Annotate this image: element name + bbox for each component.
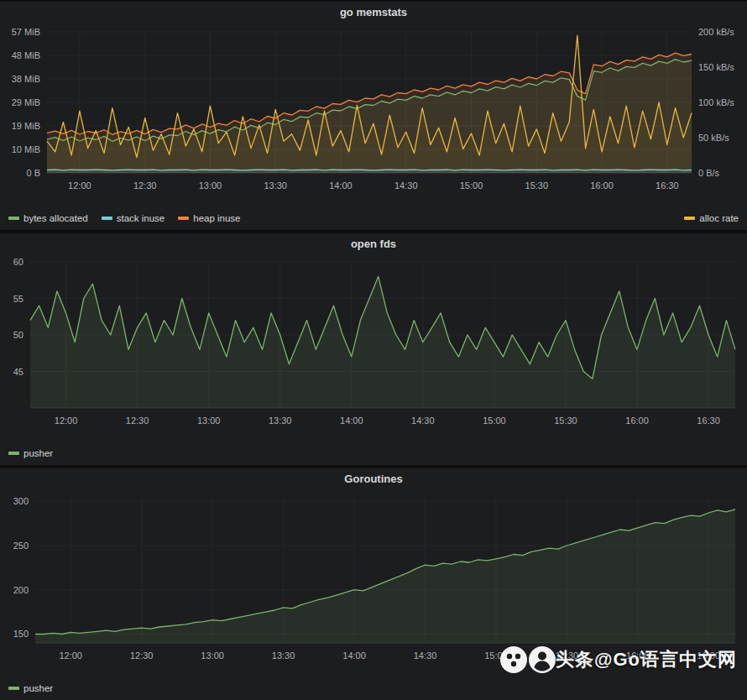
legend-item-bytes-allocated[interactable]: bytes allocated	[8, 213, 88, 223]
svg-text:13:30: 13:30	[272, 650, 295, 661]
legend-key	[102, 217, 112, 220]
svg-text:29 MiB: 29 MiB	[12, 97, 40, 107]
panel-goroutines: Goroutines 12:0012:3013:0013:3014:0014:3…	[0, 468, 747, 700]
svg-text:16:30: 16:30	[656, 180, 679, 191]
svg-text:19 MiB: 19 MiB	[12, 121, 40, 131]
svg-text:15:00: 15:00	[484, 650, 508, 661]
goroutines-chart[interactable]: 12:0012:3013:0013:3014:0014:3015:0015:30…	[0, 490, 747, 676]
svg-text:14:30: 14:30	[414, 650, 437, 661]
svg-text:15:00: 15:00	[460, 180, 483, 191]
svg-text:57 MiB: 57 MiB	[12, 27, 40, 37]
svg-text:16:00: 16:00	[590, 180, 614, 191]
svg-text:12:30: 12:30	[126, 415, 149, 426]
svg-text:13:30: 13:30	[264, 180, 287, 191]
svg-text:150: 150	[13, 629, 29, 639]
panel-go-memstats: go memstats 12:0012:3013:0013:3014:0014:…	[0, 2, 747, 230]
svg-text:13:00: 13:00	[201, 650, 224, 661]
legend-item-pusher[interactable]: pusher	[8, 683, 53, 693]
svg-text:150 kB/s: 150 kB/s	[698, 62, 734, 72]
svg-text:60: 60	[13, 257, 24, 267]
svg-text:15:30: 15:30	[556, 650, 579, 661]
svg-text:10 MiB: 10 MiB	[12, 144, 40, 154]
svg-text:50: 50	[13, 330, 24, 340]
legend-key	[178, 217, 189, 220]
svg-text:14:00: 14:00	[340, 415, 363, 426]
panel-open-fds: open fds 12:0012:3013:0013:3014:0014:301…	[0, 233, 747, 465]
svg-text:100 kB/s: 100 kB/s	[698, 97, 734, 107]
memstats-legend: bytes allocatedstack inuseheap inuseallo…	[0, 206, 747, 230]
goroutines-legend: pusher	[0, 676, 747, 700]
svg-text:14:00: 14:00	[342, 650, 366, 661]
svg-text:15:30: 15:30	[554, 415, 577, 426]
svg-text:50 kB/s: 50 kB/s	[698, 133, 729, 143]
legend-label: heap inuse	[193, 213, 240, 223]
svg-text:48 MiB: 48 MiB	[12, 50, 40, 60]
legend-key	[8, 687, 19, 690]
svg-text:12:00: 12:00	[68, 180, 91, 191]
legend-key	[8, 217, 19, 220]
legend-key	[684, 217, 695, 220]
svg-text:15:00: 15:00	[483, 415, 506, 426]
svg-text:13:00: 13:00	[199, 180, 222, 191]
legend-label: pusher	[24, 448, 53, 458]
panel-title-open-fds[interactable]: open fds	[0, 233, 747, 255]
svg-text:14:30: 14:30	[394, 180, 418, 191]
svg-text:16:30: 16:30	[697, 415, 720, 426]
svg-text:14:30: 14:30	[411, 415, 435, 426]
svg-text:12:00: 12:00	[59, 650, 82, 661]
panel-title-go-memstats[interactable]: go memstats	[0, 2, 747, 24]
svg-text:200 kB/s: 200 kB/s	[698, 27, 734, 37]
svg-text:55: 55	[13, 294, 24, 304]
legend-label: alloc rate	[699, 213, 739, 223]
legend-label: pusher	[24, 683, 53, 693]
legend-item-alloc-rate[interactable]: alloc rate	[684, 213, 739, 223]
svg-text:12:30: 12:30	[130, 650, 154, 661]
memstats-chart[interactable]: 12:0012:3013:0013:3014:0014:3015:0015:30…	[0, 24, 747, 206]
svg-text:16:30: 16:30	[697, 650, 721, 661]
svg-text:15:30: 15:30	[525, 180, 549, 191]
open-fds-legend: pusher	[0, 441, 747, 465]
svg-text:13:00: 13:00	[197, 415, 221, 426]
legend-label: stack inuse	[117, 213, 165, 223]
svg-text:16:00: 16:00	[626, 650, 650, 661]
svg-text:14:00: 14:00	[329, 180, 353, 191]
legend-item-heap-inuse[interactable]: heap inuse	[178, 213, 240, 223]
svg-text:300: 300	[13, 496, 29, 506]
svg-text:16:00: 16:00	[625, 415, 649, 426]
svg-text:13:30: 13:30	[269, 415, 292, 426]
svg-text:12:00: 12:00	[55, 415, 78, 426]
svg-text:12:30: 12:30	[133, 180, 157, 191]
legend-label: bytes allocated	[24, 213, 88, 223]
svg-text:0 B: 0 B	[26, 168, 40, 178]
svg-text:38 MiB: 38 MiB	[12, 74, 40, 84]
panel-title-goroutines[interactable]: Goroutines	[0, 468, 747, 490]
legend-item-pusher[interactable]: pusher	[8, 448, 53, 458]
svg-text:0 B/s: 0 B/s	[698, 168, 720, 178]
legend-key	[8, 452, 19, 455]
svg-text:45: 45	[13, 367, 24, 377]
svg-text:200: 200	[13, 585, 29, 595]
open-fds-chart[interactable]: 12:0012:3013:0013:3014:0014:3015:0015:30…	[0, 255, 747, 441]
legend-item-stack-inuse[interactable]: stack inuse	[102, 213, 165, 223]
svg-text:250: 250	[13, 541, 29, 551]
